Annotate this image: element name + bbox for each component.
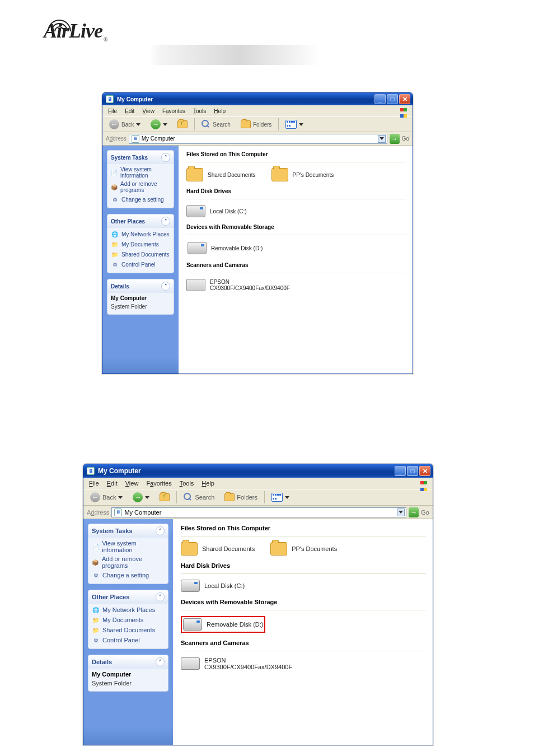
my-network-places-link[interactable]: 🌐My Network Places	[92, 606, 165, 614]
back-button[interactable]: ←Back	[106, 118, 144, 130]
local-disk-item[interactable]: Local Disk (C:)	[186, 205, 247, 217]
maximize-button[interactable]: □	[387, 94, 398, 104]
folder-icon: 📁	[92, 626, 100, 634]
search-button[interactable]: Search	[198, 119, 234, 130]
go-button[interactable]: →	[390, 134, 400, 144]
views-icon	[271, 493, 283, 502]
my-network-places-link[interactable]: 🌐My Network Places	[111, 230, 170, 238]
files-stored-heading: Files Stored on This Computer	[186, 151, 406, 157]
shared-documents-link[interactable]: 📁Shared Documents	[92, 626, 165, 634]
titlebar[interactable]: 🖥 My Computer _ □ ✕	[83, 464, 433, 478]
local-disk-item[interactable]: Local Disk (C:)	[181, 580, 245, 592]
maximize-button[interactable]: □	[407, 466, 418, 476]
collapse-icon[interactable]: ˄	[161, 282, 170, 291]
search-button[interactable]: Search	[180, 492, 218, 503]
menu-file[interactable]: File	[105, 108, 120, 115]
drive-icon	[183, 618, 202, 631]
menu-edit[interactable]: Edit	[121, 108, 138, 115]
collapse-icon[interactable]: ˄	[156, 592, 165, 601]
close-button[interactable]: ✕	[419, 466, 430, 476]
details-title: Details	[92, 659, 112, 665]
system-tasks-title: System Tasks	[92, 528, 133, 534]
menubar: File Edit View Favorites Tools Help	[83, 478, 433, 489]
back-button[interactable]: ←Back	[87, 491, 126, 503]
removable-disk-item[interactable]: Removable Disk (D:)	[183, 618, 263, 631]
hard-drives-heading: Hard Disk Drives	[186, 188, 406, 194]
dropdown-icon[interactable]	[378, 135, 386, 143]
collapse-icon[interactable]: ˄	[161, 217, 170, 226]
dropdown-icon[interactable]	[397, 508, 405, 516]
view-system-info-link[interactable]: 📄View system information	[111, 166, 170, 179]
change-setting-link[interactable]: ⚙Change a setting	[92, 571, 165, 579]
titlebar[interactable]: 🖥 My Computer _ □ ✕	[102, 93, 413, 105]
up-button[interactable]: ↑	[174, 119, 191, 129]
collapse-icon[interactable]: ˄	[156, 657, 165, 666]
scanners-heading: Scanners and Cameras	[186, 262, 406, 268]
views-button[interactable]	[268, 492, 293, 503]
menu-view[interactable]: View	[139, 108, 158, 115]
menu-edit[interactable]: Edit	[104, 479, 121, 487]
my-computer-icon: 🖥	[87, 467, 95, 475]
go-label: Go	[421, 509, 429, 516]
my-documents-link[interactable]: 📁My Documents	[92, 616, 165, 624]
info-icon: 📄	[92, 543, 99, 550]
add-remove-programs-link[interactable]: 📦Add or remove programs	[92, 556, 165, 569]
box-icon: 📦	[111, 183, 118, 191]
control-panel-link[interactable]: ⚙Control Panel	[92, 636, 165, 644]
address-combo[interactable]: 🖥 My Computer	[129, 134, 387, 144]
control-panel-link[interactable]: ⚙Control Panel	[111, 260, 170, 268]
menu-help[interactable]: Help	[198, 479, 218, 487]
scanner-item[interactable]: EPSONCX9300F/CX9400Fax/DX9400F	[186, 279, 290, 291]
menu-file[interactable]: File	[86, 479, 102, 487]
forward-button[interactable]: →	[147, 118, 171, 130]
search-icon	[184, 493, 193, 502]
shared-documents-link[interactable]: 📁Shared Documents	[111, 250, 170, 258]
task-pane: System Tasks˄ 📄View system information 📦…	[83, 519, 173, 745]
details-title: Details	[111, 283, 129, 290]
removable-disk-item[interactable]: Removable Disk (D:)	[188, 242, 263, 254]
folders-button[interactable]: Folders	[237, 119, 275, 129]
scanner-name: EPSON	[210, 279, 229, 285]
menu-help[interactable]: Help	[210, 108, 229, 115]
pp-documents-item[interactable]: PP's Documents	[270, 542, 337, 556]
forward-button[interactable]: →	[129, 491, 153, 503]
gear-icon: ⚙	[92, 571, 100, 579]
collapse-icon[interactable]: ˄	[161, 153, 170, 162]
address-label: Address	[106, 136, 127, 142]
hard-drives-heading: Hard Disk Drives	[181, 562, 426, 569]
other-places-card: Other Places˄ 🌐My Network Places 📁My Doc…	[88, 590, 168, 649]
go-button[interactable]: →	[409, 507, 419, 517]
menu-favorites[interactable]: Favorites	[159, 108, 189, 115]
shared-documents-item[interactable]: Shared Documents	[186, 168, 256, 181]
folder-icon: 📁	[92, 616, 100, 624]
explorer-window-1: 🖥 My Computer _ □ ✕ File Edit View Favor…	[102, 92, 413, 374]
content-pane: Files Stored on This Computer Shared Doc…	[179, 146, 413, 374]
collapse-icon[interactable]: ˄	[156, 526, 165, 535]
scanner-item[interactable]: EPSONCX9300F/CX9400Fax/DX9400F	[181, 657, 292, 670]
system-tasks-title: System Tasks	[111, 155, 148, 161]
pp-documents-item[interactable]: PP's Documents	[271, 168, 334, 181]
my-computer-icon: 🖥	[132, 135, 139, 143]
change-setting-link[interactable]: ⚙Change a setting	[111, 195, 170, 203]
address-combo[interactable]: 🖥 My Computer	[111, 507, 406, 517]
shared-documents-item[interactable]: Shared Documents	[181, 542, 255, 556]
menu-tools[interactable]: Tools	[190, 108, 209, 115]
menu-view[interactable]: View	[122, 479, 142, 487]
system-tasks-card: System Tasks˄ 📄View system information 📦…	[88, 524, 168, 584]
windows-flag-icon	[400, 106, 410, 115]
box-icon: 📦	[92, 558, 99, 566]
system-tasks-card: System Tasks˄ 📄View system information 📦…	[107, 150, 174, 208]
views-button[interactable]	[282, 119, 307, 130]
folders-button[interactable]: Folders	[221, 492, 261, 502]
menubar: File Edit View Favorites Tools Help	[102, 105, 413, 116]
minimize-button[interactable]: _	[374, 94, 386, 104]
minimize-button[interactable]: _	[395, 466, 406, 476]
up-button[interactable]: ↑	[156, 492, 173, 502]
close-button[interactable]: ✕	[399, 94, 410, 104]
menu-favorites[interactable]: Favorites	[143, 479, 175, 487]
add-remove-programs-link[interactable]: 📦Add or remove programs	[111, 181, 170, 193]
view-system-info-link[interactable]: 📄View system information	[92, 540, 165, 553]
my-documents-link[interactable]: 📁My Documents	[111, 240, 170, 248]
address-label: Address	[87, 509, 109, 516]
menu-tools[interactable]: Tools	[176, 479, 198, 487]
